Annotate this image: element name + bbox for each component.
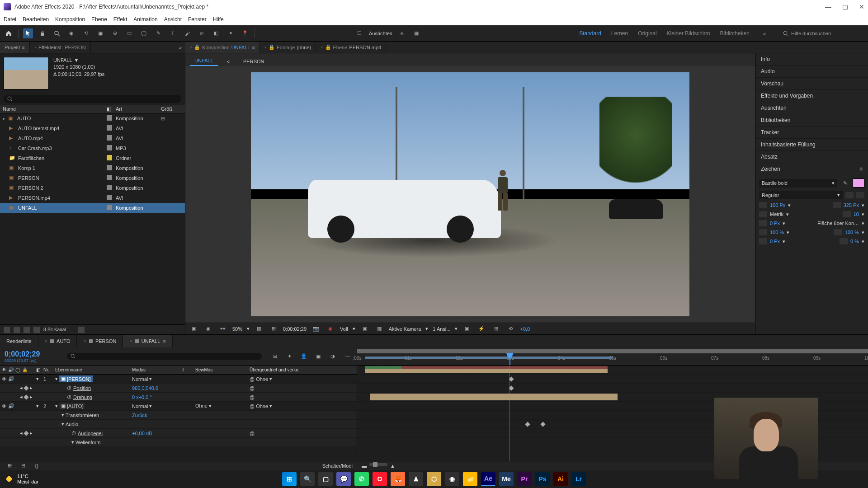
collapse-icon[interactable]: ▾ [55, 376, 58, 382]
menu-animation[interactable]: Animation [133, 16, 157, 23]
layer-row[interactable]: 👁🔊▾2▾ ▣[AUTO]Normal ▾Ohne ▾@ Ohne ▾ [0, 402, 357, 411]
ps-icon[interactable]: Ps [535, 472, 550, 486]
opera-icon[interactable]: O [373, 472, 387, 486]
panel-tracker[interactable]: Tracker [755, 127, 868, 139]
swap-colors-icon[interactable] [856, 192, 864, 198]
property-row[interactable]: ◂▸⏱ Audiopegel+0,00 dB@ [0, 429, 357, 438]
help-search[interactable]: Hilfe durchsuchen [783, 31, 864, 36]
rotate-tool-icon[interactable]: ⟲ [81, 28, 91, 38]
grid-icon[interactable]: ⊞ [269, 324, 278, 334]
selection-tool-icon[interactable] [23, 28, 33, 38]
viewer-tab-unfall[interactable]: UNFALL [190, 56, 218, 66]
property-group[interactable]: ▾ Audio [0, 420, 357, 429]
panel-tab[interactable]: × 🔒 Ebene PERSON.mp4 [316, 42, 386, 53]
menu-komposition[interactable]: Komposition [55, 16, 85, 23]
minimize-button[interactable]: — [825, 3, 831, 10]
menu-ansicht[interactable]: Ansicht [164, 16, 182, 23]
ai-icon[interactable]: Ai [553, 472, 568, 486]
app-icon[interactable]: ♟ [409, 472, 423, 486]
interpret-icon[interactable] [4, 327, 10, 333]
stopwatch-icon[interactable]: ⏱ [71, 431, 76, 436]
menu-effekt[interactable]: Effekt [113, 16, 127, 23]
track-row[interactable] [357, 384, 868, 393]
camera-dropdown[interactable]: Aktive Kamera [389, 326, 421, 332]
mask-icon[interactable]: ◉ [203, 324, 213, 334]
views-dropdown-icon[interactable]: ▾ [455, 326, 458, 332]
property-row[interactable]: ▾ Wellenform [0, 438, 357, 447]
font-style-dropdown[interactable]: Regular▾ [759, 191, 843, 199]
motion-blur-icon[interactable]: ◑ [328, 352, 338, 361]
lr-icon[interactable]: Lr [571, 472, 586, 486]
trash-icon[interactable] [78, 327, 85, 333]
teams-icon[interactable]: 💬 [336, 472, 351, 486]
add-kf-icon[interactable] [24, 385, 28, 390]
obs-icon[interactable]: ◉ [445, 472, 459, 486]
camera-dropdown-icon[interactable]: ▾ [425, 326, 428, 332]
next-kf-icon[interactable]: ▸ [30, 394, 33, 400]
eyedropper-icon[interactable]: ✎ [840, 178, 850, 188]
comp-mini-flowchart-icon[interactable]: ⊞ [270, 352, 280, 361]
speaker-icon[interactable]: 🔊 [8, 403, 14, 409]
collapse-icon[interactable]: ▾ [55, 403, 58, 409]
project-item[interactable]: ▣UNFALLKomposition [0, 203, 185, 213]
col-audio-icon[interactable]: 🔊 [8, 367, 14, 372]
font-family-dropdown[interactable]: Bastile bold▾ [759, 179, 837, 188]
col-parent[interactable]: Übergeordnet und verkn. [248, 367, 311, 372]
project-item[interactable]: ▶AUTO.mp4AVI [0, 133, 185, 143]
col-lock-icon[interactable]: 🔒 [22, 367, 28, 372]
next-kf-icon[interactable]: ▸ [30, 385, 33, 391]
panel-inhaltsbasierte-füllung[interactable]: Inhaltsbasierte Füllung [755, 139, 868, 151]
add-kf-icon[interactable] [24, 394, 28, 399]
resolution-dropdown[interactable]: Voll [340, 326, 348, 332]
col-eye-icon[interactable]: 👁 [2, 367, 6, 372]
maximize-button[interactable]: ▢ [842, 3, 848, 10]
orbit-tool-icon[interactable]: ◉ [66, 28, 76, 38]
panel-effekte-und-vorgaben[interactable]: Effekte und Vorgaben [755, 90, 868, 102]
timeline-search[interactable] [67, 353, 262, 360]
project-item[interactable]: 📁FarbflächenOrdner [0, 153, 185, 163]
panel-tab[interactable]: × 🔒 Komposition UNFALL ≡ [185, 42, 260, 53]
pen-tool-icon[interactable]: ✎ [153, 28, 163, 38]
eye-icon[interactable]: 👁 [2, 376, 7, 382]
col-t[interactable]: T [180, 367, 193, 372]
timeline-icon[interactable]: ⊞ [491, 324, 501, 334]
col-mode[interactable]: Modus [130, 367, 180, 372]
zoom-out-icon[interactable]: ▬ [362, 463, 367, 469]
viewer-timecode[interactable]: 0;00;02;29 [283, 326, 307, 332]
shy-icon[interactable]: 👤 [299, 352, 309, 361]
no-fill-icon[interactable] [845, 192, 854, 198]
track-row[interactable] [357, 375, 868, 384]
rect-tool-icon[interactable]: ▭ [124, 28, 134, 38]
panel-tab[interactable]: × Effekteinst. PERSON [30, 42, 91, 53]
leading[interactable]: 325 Px [844, 202, 859, 208]
zoom-in-icon[interactable]: ▲ [390, 463, 395, 469]
workspace-original[interactable]: Original [638, 30, 656, 37]
res-dropdown-icon[interactable]: ▾ [353, 326, 355, 332]
zoom-level[interactable]: 50% [232, 326, 242, 332]
col-label-icon[interactable]: ◧ [107, 106, 116, 112]
firefox-icon[interactable]: 🦊 [391, 472, 405, 486]
toggle-switches-icon[interactable]: ⊞ [5, 461, 14, 471]
pr-icon[interactable]: Pr [517, 472, 532, 486]
timeline-tab-person[interactable]: × PERSON [77, 335, 123, 347]
draft3d-icon[interactable]: ✦ [284, 352, 294, 361]
pickwhip-icon[interactable]: @ [250, 404, 255, 409]
pickwhip-icon[interactable]: @ [250, 385, 255, 391]
tsume[interactable]: 0 % [850, 239, 859, 244]
task-view-button[interactable]: ▢ [318, 472, 333, 486]
roto-tool-icon[interactable]: ✦ [226, 28, 236, 38]
zoom-tool-icon[interactable] [52, 28, 62, 38]
zoom-dropdown-icon[interactable]: ▾ [247, 326, 250, 332]
project-item[interactable]: ▣PERSONKomposition [0, 173, 185, 183]
puppet-tool-icon[interactable]: 📍 [240, 28, 250, 38]
panel-audio[interactable]: Audio [755, 66, 868, 78]
col-name[interactable]: Name [3, 106, 107, 112]
stopwatch-icon[interactable]: ⏱ [67, 394, 72, 400]
dropdown-icon[interactable]: ▼ [74, 57, 79, 64]
hscale[interactable]: 100 % [845, 230, 859, 235]
snap-checkbox[interactable]: ☐ [354, 28, 364, 38]
col-solo-icon[interactable]: ◯ [15, 367, 20, 372]
col-label-icon[interactable]: ◧ [34, 367, 42, 372]
roi-icon[interactable]: ▣ [360, 324, 370, 334]
adjustment-icon[interactable] [33, 327, 40, 333]
